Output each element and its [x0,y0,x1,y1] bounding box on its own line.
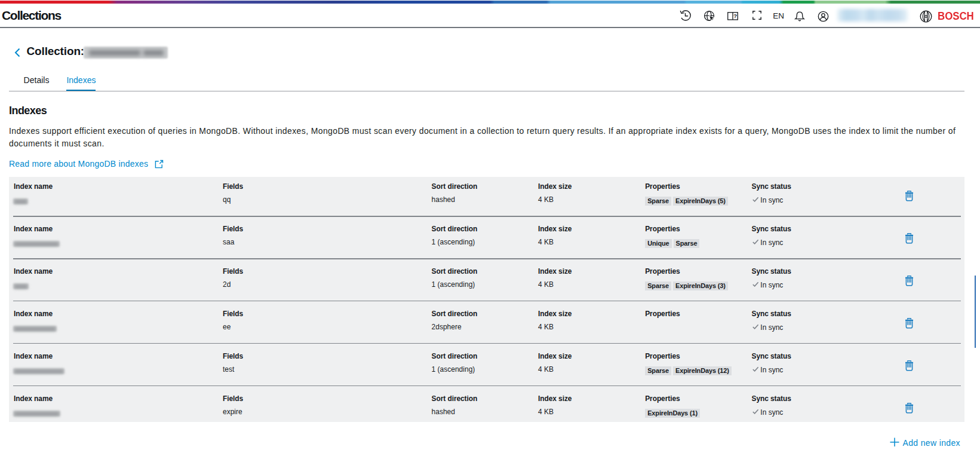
svg-text:?: ? [733,13,737,19]
